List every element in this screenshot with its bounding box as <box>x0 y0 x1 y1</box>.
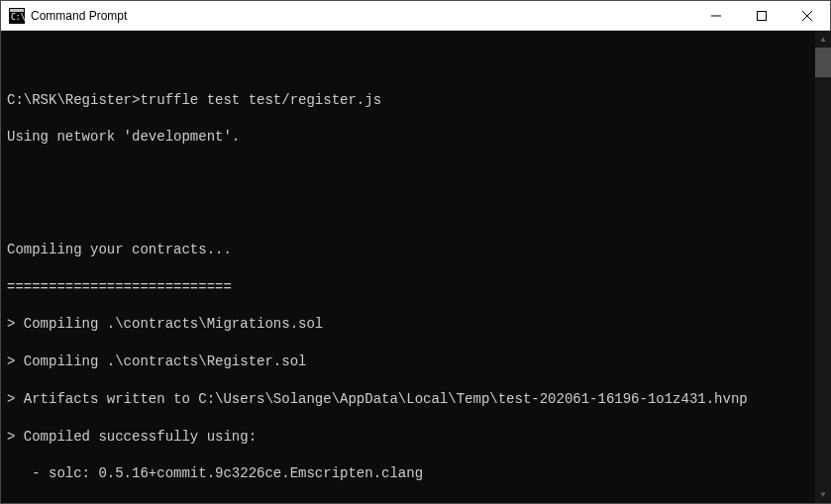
svg-rect-4 <box>758 12 767 21</box>
terminal-output[interactable]: C:\RSK\Register>truffle test test/regist… <box>1 31 830 503</box>
terminal-line: C:\RSK\Register>truffle test test/regist… <box>7 91 830 110</box>
terminal-line: - solc: 0.5.16+commit.9c3226ce.Emscripte… <box>7 464 830 483</box>
scrollbar[interactable]: ▲ ▼ <box>815 31 831 503</box>
prompt-path: C:\RSK\Register> <box>7 92 140 108</box>
terminal-line: > Compiling .\contracts\Register.sol <box>7 353 830 371</box>
scroll-up-icon[interactable]: ▲ <box>815 31 831 48</box>
terminal-line <box>7 165 830 184</box>
scrollbar-thumb[interactable] <box>815 48 831 77</box>
minimize-button[interactable] <box>693 1 739 31</box>
close-button[interactable] <box>784 1 830 31</box>
terminal-line: =========================== <box>7 278 830 297</box>
scroll-down-icon[interactable]: ▼ <box>815 486 831 503</box>
terminal-line: > Artifacts written to C:\Users\Solange\… <box>7 390 830 409</box>
window-title: Command Prompt <box>31 9 693 23</box>
terminal-line: > Compiling .\contracts\Migrations.sol <box>7 315 830 334</box>
maximize-button[interactable] <box>739 1 784 31</box>
terminal-line: Compiling your contracts... <box>7 241 830 259</box>
command-prompt-icon: C:\ <box>9 8 25 24</box>
window-titlebar: C:\ Command Prompt <box>1 1 830 31</box>
terminal-line: > Compiled successfully using: <box>7 428 830 447</box>
terminal-line: Using network 'development'. <box>7 128 830 147</box>
command-text: truffle test test/register.js <box>140 92 381 108</box>
svg-rect-1 <box>10 9 24 12</box>
window-controls <box>693 1 830 30</box>
terminal-line <box>7 53 830 72</box>
svg-text:C:\: C:\ <box>11 13 25 22</box>
terminal-line <box>7 502 830 503</box>
terminal-line <box>7 203 830 222</box>
